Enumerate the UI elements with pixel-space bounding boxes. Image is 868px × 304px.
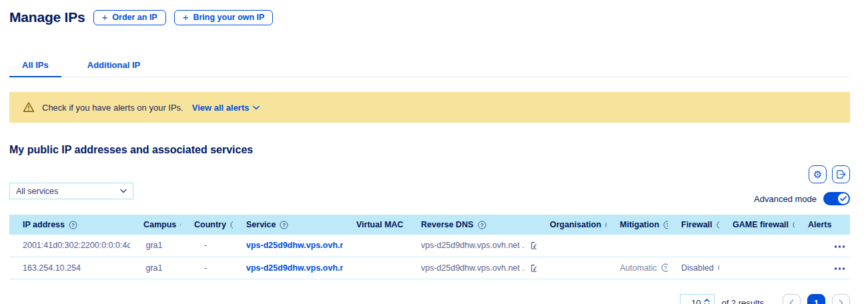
next-page-button[interactable] <box>832 294 850 304</box>
plus-icon: + <box>183 12 189 22</box>
cell-reverse-dns: vps-d25d9dhw.vps.ovh.net . <box>408 257 536 279</box>
help-icon[interactable]: ? <box>605 221 606 229</box>
help-icon[interactable]: ? <box>478 221 486 229</box>
advanced-mode-label: Advanced mode <box>754 194 817 204</box>
chevron-down-icon <box>253 105 260 110</box>
help-icon[interactable]: ? <box>717 221 719 229</box>
col-header-campus: Campus? <box>130 215 181 235</box>
help-icon[interactable]: ? <box>180 221 181 229</box>
help-icon[interactable]: ? <box>661 263 668 272</box>
order-ip-button[interactable]: + Order an IP <box>93 10 166 25</box>
export-icon <box>836 169 846 179</box>
reverse-dns-value: vps-d25d9dhw.vps.ovh.net . <box>421 241 524 250</box>
order-ip-label: Order an IP <box>112 13 157 22</box>
cell-game-firewall <box>719 257 795 279</box>
page-header: Manage IPs + Order an IP + Bring your ow… <box>9 8 850 25</box>
bring-your-own-ip-label: Bring your own IP <box>193 13 264 22</box>
cell-firewall: Disabled ? <box>668 257 719 279</box>
cell-actions <box>831 235 850 257</box>
section-heading: My public IP addresses and associated se… <box>9 144 850 156</box>
ip-table: IP address? Campus? Country? Service? Vi… <box>9 215 850 279</box>
alerts-banner: Check if you have alerts on your IPs. Vi… <box>9 92 850 123</box>
table-header-row: IP address? Campus? Country? Service? Vi… <box>9 215 850 235</box>
edit-icon[interactable] <box>530 263 536 273</box>
row-actions-menu-button[interactable] <box>833 243 846 251</box>
edit-icon[interactable] <box>530 241 536 250</box>
col-header-firewall: Firewall? <box>668 215 719 235</box>
cell-country: - <box>181 235 233 257</box>
tab-all-ips-label: All IPs <box>22 60 49 70</box>
mitigation-value: Automatic <box>620 263 657 273</box>
tab-all-ips[interactable]: All IPs <box>9 56 61 77</box>
help-icon[interactable]: ? <box>793 221 795 229</box>
col-header-ip-address: IP address? <box>9 215 130 235</box>
cell-organisation <box>536 235 606 257</box>
tab-additional-ip-label: Additional IP <box>87 60 140 70</box>
service-filter-select[interactable]: All services <box>9 183 133 199</box>
warning-triangle-icon <box>23 101 35 113</box>
gear-icon: ⚙ <box>813 169 822 179</box>
table-row: 163.254.10.254 gra1 - vps-d25d9dhw.vps.o… <box>9 257 850 279</box>
cell-alerts <box>795 235 831 257</box>
page-size-value: 10 <box>691 298 701 304</box>
view-all-alerts-label: View all alerts <box>192 103 250 113</box>
cell-ip-address: 163.254.10.254 <box>9 257 130 279</box>
bring-your-own-ip-button[interactable]: + Bring your own IP <box>174 10 274 25</box>
cell-service: vps-d25d9dhw.vps.ovh.net <box>233 257 343 279</box>
view-all-alerts-link[interactable]: View all alerts <box>192 103 260 113</box>
cell-game-firewall <box>719 235 795 257</box>
service-link[interactable]: vps-d25d9dhw.vps.ovh.net <box>246 241 343 250</box>
chevron-down-icon <box>120 189 127 193</box>
svg-text:?: ? <box>666 222 668 228</box>
export-button[interactable] <box>832 165 850 183</box>
col-header-country: Country? <box>181 215 233 235</box>
cell-actions <box>831 257 850 279</box>
help-icon[interactable]: ? <box>230 221 233 229</box>
icon-button-row: ⚙ <box>809 165 850 183</box>
cell-virtual-mac <box>343 257 408 279</box>
svg-text:?: ? <box>664 265 667 271</box>
cell-reverse-dns: vps-d25d9dhw.vps.ovh.net . <box>408 235 536 257</box>
controls-right: ⚙ Advanced mode <box>754 165 850 205</box>
firewall-value: Disabled <box>681 263 714 273</box>
cell-campus: gra1 <box>130 235 181 257</box>
cell-organisation <box>536 257 606 279</box>
service-link[interactable]: vps-d25d9dhw.vps.ovh.net <box>246 263 343 273</box>
table-row: 2001:41d0:302:2200:0:0:0:4dd2 gra1 - vps… <box>9 235 850 257</box>
plus-icon: + <box>102 12 108 22</box>
col-header-game-firewall: GAME firewall? <box>719 215 795 235</box>
advanced-mode-toggle[interactable] <box>823 192 850 205</box>
row-actions-menu-button[interactable] <box>833 265 846 273</box>
svg-text:?: ? <box>71 222 75 228</box>
cell-ip-address: 2001:41d0:302:2200:0:0:0:4dd2 <box>9 235 130 257</box>
svg-text:?: ? <box>283 222 286 228</box>
help-icon[interactable]: ? <box>69 221 77 229</box>
svg-text:?: ? <box>480 222 484 228</box>
col-header-service: Service? <box>233 215 343 235</box>
help-icon[interactable]: ? <box>663 221 668 229</box>
page-1-button[interactable]: 1 <box>807 294 825 304</box>
column-settings-button[interactable]: ⚙ <box>809 165 827 183</box>
cell-mitigation: Automatic ? <box>606 257 668 279</box>
ellipsis-icon <box>835 267 845 270</box>
service-filter-value: All services <box>16 187 58 196</box>
col-header-actions <box>831 215 850 235</box>
advanced-mode-row: Advanced mode <box>754 192 850 205</box>
cell-firewall <box>668 235 719 257</box>
manage-ips-page: Manage IPs + Order an IP + Bring your ow… <box>0 0 868 304</box>
cell-mitigation <box>606 235 668 257</box>
help-icon[interactable]: ? <box>718 263 719 272</box>
table-controls: All services ⚙ Advanced mode <box>9 165 850 205</box>
cell-alerts <box>795 257 831 279</box>
chevron-right-icon <box>839 299 843 304</box>
tab-additional-ip[interactable]: Additional IP <box>75 56 153 77</box>
previous-page-button[interactable] <box>783 294 801 304</box>
page-size-select[interactable]: 10 <box>680 294 715 304</box>
help-icon[interactable]: ? <box>280 221 288 229</box>
stepper-icon <box>704 299 710 304</box>
tab-bar: All IPs Additional IP <box>9 56 850 77</box>
cell-service: vps-d25d9dhw.vps.ovh.net <box>233 235 343 257</box>
col-header-virtual-mac: Virtual MAC? <box>343 215 408 235</box>
col-header-alerts: Alerts? <box>795 215 831 235</box>
banner-message: Check if you have alerts on your IPs. <box>42 103 183 113</box>
